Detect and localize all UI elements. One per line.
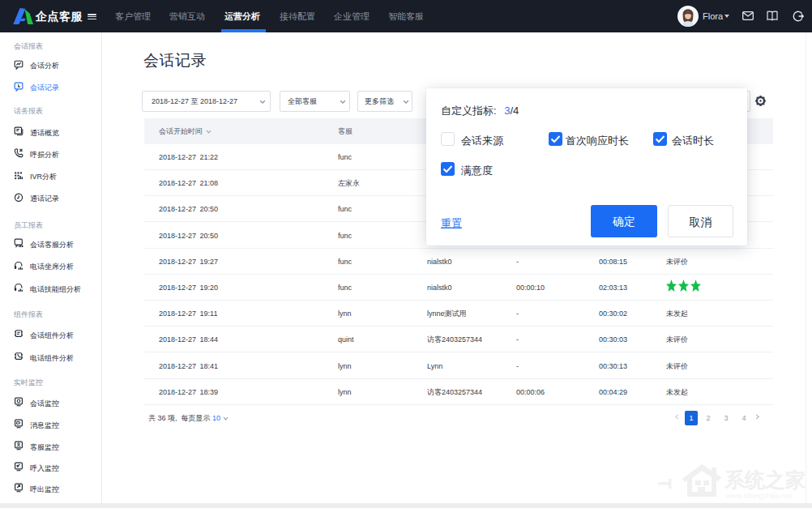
svg-text:www.xitongzhijia.net: www.xitongzhijia.net	[725, 492, 793, 500]
svg-text:系统之家: 系统之家	[724, 468, 806, 491]
